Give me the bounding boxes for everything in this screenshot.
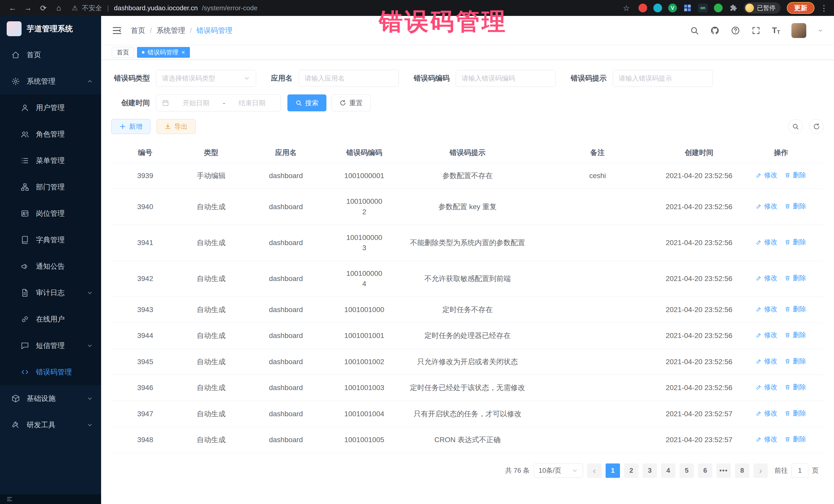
sidebar-item-tools[interactable]: 研发工具 <box>0 412 101 438</box>
page-jump-input[interactable] <box>791 463 808 478</box>
delete-link[interactable]: 删除 <box>785 382 806 392</box>
github-icon[interactable] <box>710 26 720 35</box>
reset-button[interactable]: 重置 <box>332 94 371 111</box>
create-time-label: 创建时间 <box>111 98 150 108</box>
tab-首页[interactable]: 首页 <box>112 47 134 58</box>
close-tab-icon[interactable]: × <box>181 49 185 56</box>
app-logo[interactable]: 芋道管理系统 <box>0 16 101 42</box>
font-size-icon[interactable]: TT <box>772 26 780 35</box>
profile-chip[interactable]: 已暂停 <box>744 2 781 14</box>
delete-link[interactable]: 删除 <box>785 304 806 314</box>
address-bar[interactable]: ⚠ 不安全 | dashboard.yudao.iocoder.cn/syste… <box>72 4 258 13</box>
extension-v-icon[interactable]: V <box>668 4 677 12</box>
home-icon[interactable]: ⌂ <box>53 2 65 14</box>
edit-icon <box>756 275 762 281</box>
delete-link[interactable]: 删除 <box>785 273 806 283</box>
sidebar-item-user[interactable]: 用户管理 <box>0 94 101 121</box>
sidebar-item-badge[interactable]: 岗位管理 <box>0 200 101 226</box>
user-avatar[interactable] <box>791 23 806 38</box>
sidebar-item-org-tree[interactable]: 部门管理 <box>0 174 101 200</box>
delete-link[interactable]: 删除 <box>785 170 806 180</box>
edit-link[interactable]: 修改 <box>756 382 777 392</box>
sidebar-item-menu-list[interactable]: 菜单管理 <box>0 147 101 174</box>
refresh-table-button[interactable] <box>809 119 824 134</box>
sidebar-item-document[interactable]: 审计日志 <box>0 280 101 306</box>
bookmark-star-icon[interactable]: ☆ <box>620 2 632 14</box>
delete-link[interactable]: 删除 <box>785 237 806 247</box>
cell-created: 2021-04-20 23:52:56 <box>660 349 738 375</box>
page-button-4[interactable]: 4 <box>661 463 675 478</box>
edit-link[interactable]: 修改 <box>756 201 777 211</box>
help-icon[interactable] <box>731 26 740 35</box>
date-separator: - <box>223 99 225 107</box>
sidebar-item-home[interactable]: 首页 <box>0 42 101 68</box>
active-tab-dot <box>142 51 145 53</box>
fullscreen-icon[interactable] <box>751 26 761 35</box>
navbar: 首页 / 系统管理 / 错误码管理 <box>101 16 834 45</box>
edit-link[interactable]: 修改 <box>756 237 777 247</box>
forward-icon[interactable]: → <box>22 2 34 14</box>
sidebar-item-code[interactable]: 错误码管理 <box>0 359 101 385</box>
extension-green-icon[interactable] <box>714 4 723 12</box>
sidebar-collapse-bar[interactable] <box>0 494 101 504</box>
extensions-puzzle-icon[interactable] <box>729 4 738 12</box>
toggle-search-button[interactable] <box>788 119 803 134</box>
tags-view-bar: 首页错误码管理× <box>101 45 834 60</box>
extension-on-badge[interactable]: on <box>698 4 708 12</box>
error-code-input[interactable] <box>456 70 556 87</box>
search-icon[interactable] <box>690 26 699 35</box>
delete-link[interactable]: 删除 <box>785 201 806 211</box>
sidebar-item-book[interactable]: 字典管理 <box>0 226 101 253</box>
edit-link[interactable]: 修改 <box>756 330 777 340</box>
prev-page-button[interactable]: ‹ <box>587 463 601 478</box>
hamburger-icon[interactable] <box>112 25 122 36</box>
chrome-update-button[interactable]: 更新 <box>787 2 814 14</box>
delete-link[interactable]: 删除 <box>785 330 806 340</box>
date-range-picker[interactable]: 开始日期 - 结束日期 <box>156 94 281 111</box>
profile-avatar <box>745 4 754 12</box>
reload-icon[interactable]: ⟳ <box>38 2 49 14</box>
page-button-6[interactable]: 6 <box>698 463 712 478</box>
next-page-button[interactable]: › <box>753 463 768 478</box>
page-button-2[interactable]: 2 <box>624 463 638 478</box>
back-icon[interactable]: ← <box>7 2 19 14</box>
extension-teal-icon[interactable] <box>653 4 662 12</box>
extension-red-icon[interactable] <box>638 4 647 12</box>
sidebar-item-megaphone[interactable]: 通知公告 <box>0 253 101 280</box>
cell-hint: 只允许修改为开启或者关闭状态 <box>400 349 535 375</box>
error-hint-input[interactable] <box>613 70 713 87</box>
page-button-3[interactable]: 3 <box>642 463 657 478</box>
edit-link[interactable]: 修改 <box>756 356 777 366</box>
sidebar-item-gear[interactable]: 系统管理 <box>0 68 101 94</box>
chevron-up-icon <box>86 78 93 85</box>
page-button-8[interactable]: 8 <box>735 463 749 478</box>
page-button-1[interactable]: 1 <box>606 463 620 478</box>
edit-link[interactable]: 修改 <box>756 304 777 314</box>
edit-link[interactable]: 修改 <box>756 273 777 283</box>
chrome-menu-icon[interactable]: ⋮ <box>821 2 827 14</box>
sidebar-item-message[interactable]: 短信管理 <box>0 332 101 359</box>
app-name-input[interactable] <box>299 70 399 87</box>
page-ellipsis[interactable]: ••• <box>717 463 731 478</box>
search-button[interactable]: 搜索 <box>287 94 326 111</box>
edit-link[interactable]: 修改 <box>756 435 777 444</box>
sidebar-item-infra[interactable]: 基础设施 <box>0 385 101 412</box>
edit-link[interactable]: 修改 <box>756 409 777 418</box>
delete-link[interactable]: 删除 <box>785 435 806 444</box>
sidebar-item-link[interactable]: 在线用户 <box>0 306 101 332</box>
chevron-down-icon[interactable] <box>817 28 823 34</box>
sidebar-item-users[interactable]: 角色管理 <box>0 121 101 147</box>
delete-link[interactable]: 删除 <box>785 409 806 418</box>
export-button[interactable]: 导出 <box>156 119 196 134</box>
edit-link[interactable]: 修改 <box>756 170 777 180</box>
error-type-select[interactable]: 请选择错误码类型 <box>156 70 256 87</box>
breadcrumb-home[interactable]: 首页 <box>131 26 145 36</box>
breadcrumb-system[interactable]: 系统管理 <box>156 26 185 36</box>
add-button[interactable]: 新增 <box>111 119 150 134</box>
page-button-5[interactable]: 5 <box>680 463 694 478</box>
tab-错误码管理[interactable]: 错误码管理× <box>137 47 190 58</box>
delete-link[interactable]: 删除 <box>785 356 806 366</box>
page-size-select[interactable]: 10条/页 <box>534 463 583 478</box>
cell-created: 2021-04-20 23:52:57 <box>660 401 738 427</box>
extension-grid-icon[interactable] <box>683 4 692 12</box>
